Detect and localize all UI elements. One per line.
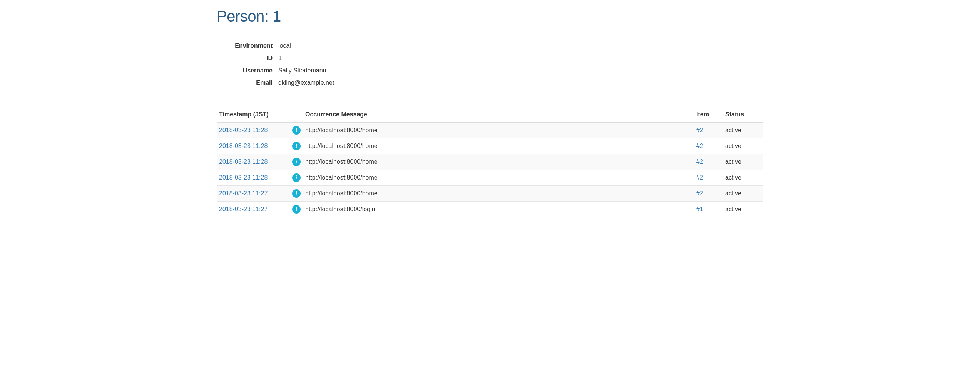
header-timestamp: Timestamp (JST) — [217, 107, 290, 122]
item-link[interactable]: #2 — [696, 158, 703, 165]
status-cell: active — [723, 202, 763, 217]
section-divider — [217, 96, 763, 96]
info-icon: i — [292, 189, 301, 198]
person-details: Environment local ID 1 Username Sally St… — [217, 40, 763, 89]
table-row: 2018-03-23 11:28ihttp://localhost:8000/h… — [217, 122, 763, 138]
status-cell: active — [723, 154, 763, 170]
page-container: Person: 1 Environment local ID 1 Usernam… — [211, 0, 769, 232]
table-row: 2018-03-23 11:27ihttp://localhost:8000/h… — [217, 186, 763, 202]
item-link[interactable]: #2 — [696, 143, 703, 149]
occurrence-message: http://localhost:8000/home — [303, 154, 694, 170]
occurrence-message: http://localhost:8000/login — [303, 202, 694, 217]
detail-value-id: 1 — [278, 55, 282, 62]
info-icon: i — [292, 173, 301, 182]
info-icon: i — [292, 126, 301, 135]
occurrence-message: http://localhost:8000/home — [303, 170, 694, 186]
table-row: 2018-03-23 11:27ihttp://localhost:8000/l… — [217, 202, 763, 217]
table-row: 2018-03-23 11:28ihttp://localhost:8000/h… — [217, 154, 763, 170]
timestamp-link[interactable]: 2018-03-23 11:27 — [219, 190, 268, 197]
info-icon: i — [292, 142, 301, 150]
detail-label-username: Username — [217, 67, 278, 74]
detail-value-environment: local — [278, 42, 291, 49]
info-icon: i — [292, 205, 301, 214]
detail-row-username: Username Sally Stiedemann — [217, 64, 763, 77]
detail-row-email: Email qkling@example.net — [217, 77, 763, 89]
page-title: Person: 1 — [217, 8, 763, 30]
table-header-row: Timestamp (JST) Occurrence Message Item … — [217, 107, 763, 122]
header-item: Item — [694, 107, 723, 122]
header-message: Occurrence Message — [303, 107, 694, 122]
detail-row-environment: Environment local — [217, 40, 763, 52]
detail-row-id: ID 1 — [217, 52, 763, 64]
occurrence-message: http://localhost:8000/home — [303, 138, 694, 154]
status-cell: active — [723, 122, 763, 138]
detail-label-environment: Environment — [217, 42, 278, 49]
table-row: 2018-03-23 11:28ihttp://localhost:8000/h… — [217, 170, 763, 186]
status-cell: active — [723, 186, 763, 202]
timestamp-link[interactable]: 2018-03-23 11:28 — [219, 158, 268, 165]
item-link[interactable]: #1 — [696, 206, 703, 212]
timestamp-link[interactable]: 2018-03-23 11:28 — [219, 127, 268, 133]
header-icon — [290, 107, 303, 122]
timestamp-link[interactable]: 2018-03-23 11:28 — [219, 174, 268, 181]
timestamp-link[interactable]: 2018-03-23 11:28 — [219, 143, 268, 149]
info-icon: i — [292, 158, 301, 166]
timestamp-link[interactable]: 2018-03-23 11:27 — [219, 206, 268, 212]
status-cell: active — [723, 170, 763, 186]
item-link[interactable]: #2 — [696, 127, 703, 133]
header-status: Status — [723, 107, 763, 122]
detail-value-username: Sally Stiedemann — [278, 67, 326, 74]
detail-value-email: qkling@example.net — [278, 79, 334, 86]
detail-label-email: Email — [217, 79, 278, 86]
detail-label-id: ID — [217, 55, 278, 62]
occurrence-message: http://localhost:8000/home — [303, 186, 694, 202]
item-link[interactable]: #2 — [696, 190, 703, 197]
occurrence-message: http://localhost:8000/home — [303, 122, 694, 138]
status-cell: active — [723, 138, 763, 154]
item-link[interactable]: #2 — [696, 174, 703, 181]
occurrence-table: Timestamp (JST) Occurrence Message Item … — [217, 107, 763, 217]
table-row: 2018-03-23 11:28ihttp://localhost:8000/h… — [217, 138, 763, 154]
